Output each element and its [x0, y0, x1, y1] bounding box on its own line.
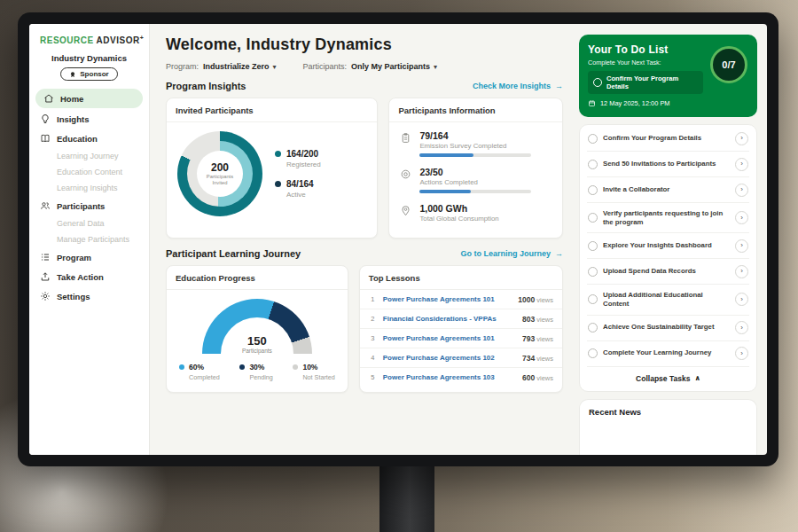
task-chevron-right-icon[interactable]: › [735, 347, 748, 360]
legend-dot [179, 364, 184, 370]
learning-cards-row: Education Progress 150 Participants [166, 265, 563, 393]
task-checkbox[interactable] [588, 267, 598, 277]
main-content: Welcome, Industry Dynamics Program: Indu… [150, 24, 575, 455]
todo-task-row[interactable]: Verify participants requesting to join t… [587, 203, 749, 233]
task-checkbox[interactable] [588, 241, 598, 251]
arrow-right-icon: → [555, 82, 563, 90]
participants-chevron-down-icon: ▾ [434, 63, 437, 71]
participants-filter-label: Participants: [303, 62, 348, 71]
todo-task-row[interactable]: Send 50 Invitations to Participants › [587, 152, 749, 177]
sidebar-item-label: Insights [57, 114, 89, 124]
sidebar-item[interactable]: Participants [29, 196, 149, 215]
task-checkbox[interactable] [588, 160, 598, 169]
lesson-link[interactable]: Financial Considerations - VPPAs [383, 315, 516, 323]
next-task-checkbox[interactable] [593, 78, 602, 87]
participants-select[interactable]: Only My Participants ▾ [351, 62, 437, 71]
task-chevron-right-icon[interactable]: › [735, 211, 748, 224]
task-checkbox[interactable] [588, 213, 598, 223]
lesson-link[interactable]: Power Purchase Agreements 101 [383, 295, 512, 303]
lesson-row: 2 Financial Considerations - VPPAs 803vi… [360, 309, 562, 329]
sidebar-item[interactable]: Learning Journey [29, 148, 149, 164]
donut-center-value: 200 [211, 161, 229, 174]
dashboard-screen: RESOURCE ADVISOR+ Industry Dynamics Spon… [29, 24, 767, 455]
legend-dot [239, 364, 245, 370]
task-checkbox[interactable] [588, 185, 598, 195]
todo-tasks-card: Confirm Your Program Details › Send 50 I… [579, 124, 757, 392]
top-lessons-card-title: Top Lessons [360, 266, 562, 290]
gauge-center-label: Participants [242, 348, 272, 354]
sidebar-item[interactable]: Program [29, 247, 149, 267]
sidebar-item-label: Learning Journey [57, 152, 119, 160]
legend-item: 84/164 Active [275, 179, 321, 199]
sidebar-item[interactable]: Take Action [29, 267, 149, 286]
task-checkbox[interactable] [588, 323, 598, 332]
next-task-row[interactable]: Confirm Your Program Details [588, 71, 703, 94]
sidebar-item[interactable]: Home [35, 89, 143, 108]
task-chevron-right-icon[interactable]: › [735, 158, 748, 171]
sidebar-item-label: Manage Participants [57, 235, 129, 244]
gauge-center-value: 150 [247, 335, 267, 347]
todo-task-row[interactable]: Invite a Collaborator › [587, 177, 749, 203]
task-chevron-right-icon[interactable]: › [735, 132, 748, 145]
program-select[interactable]: Industrialize Zero ▾ [203, 62, 277, 71]
sidebar-item-label: Take Action [57, 272, 104, 282]
legend-dot [293, 364, 298, 370]
lesson-link[interactable]: Power Purchase Agreements 103 [383, 373, 516, 381]
participants-information-card: Participants Information 79/164 Emission… [388, 98, 563, 239]
take-action-icon [40, 271, 51, 282]
sidebar-item-label: Program [57, 253, 91, 262]
todo-task-row[interactable]: Confirm Your Program Details › [587, 126, 749, 152]
task-chevron-right-icon[interactable]: › [735, 321, 748, 334]
lesson-row: 4 Power Purchase Agreements 102 734views [360, 348, 562, 368]
donut-center-label: Participants Invited [204, 174, 236, 186]
sidebar-item-label: Learning Insights [57, 184, 118, 192]
task-checkbox[interactable] [588, 348, 598, 358]
todo-task-row[interactable]: Upload Additional Educational Content › [587, 285, 749, 315]
lesson-link[interactable]: Power Purchase Agreements 102 [383, 354, 516, 362]
program-insights-header: Program Insights Check More Insights → [166, 81, 563, 91]
check-more-insights-link[interactable]: Check More Insights → [473, 82, 563, 90]
program-chevron-down-icon: ▾ [273, 63, 277, 71]
education-progress-card-title: Education Progress [167, 266, 348, 290]
sidebar-item[interactable]: Settings [29, 286, 149, 306]
sidebar-nav: Home Insights Education [29, 88, 149, 306]
sidebar-item[interactable]: Learning Insights [29, 180, 149, 196]
program-list-icon [40, 252, 51, 262]
lesson-row: 3 Power Purchase Agreements 101 793views [360, 329, 562, 348]
todo-task-row[interactable]: Achieve One Sustainability Target › [587, 316, 749, 341]
task-checkbox[interactable] [588, 294, 598, 304]
todo-task-row[interactable]: Complete Your Learning Journey › [587, 341, 749, 367]
sidebar-item-label: General Data [57, 219, 105, 228]
sidebar-item[interactable]: Education [29, 129, 149, 148]
actions-target-icon [400, 168, 411, 179]
legend-item: 10% Not Started [293, 363, 334, 381]
collapse-tasks-button[interactable]: Collapse Tasks ∧ [587, 367, 749, 391]
sidebar-item[interactable]: Education Content [29, 164, 149, 180]
filters-row: Program: Industrialize Zero ▾ Participan… [166, 62, 563, 71]
lesson-row: 1 Power Purchase Agreements 101 1000view… [360, 290, 562, 309]
todo-task-row[interactable]: Upload Spend Data Records › [587, 259, 749, 285]
task-chevron-right-icon[interactable]: › [735, 184, 748, 197]
learning-journey-header: Participant Learning Journey Go to Learn… [166, 248, 563, 259]
sidebar-item-label: Education Content [57, 168, 122, 176]
participants-information-stats: 79/164 Emission Survey Completed [389, 122, 562, 238]
invited-participants-card: Invited Participants 200 Participants In… [166, 98, 378, 239]
task-chevron-right-icon[interactable]: › [735, 265, 748, 278]
chevron-up-icon: ∧ [694, 374, 700, 382]
sidebar-item[interactable]: General Data [29, 215, 149, 231]
task-checkbox[interactable] [588, 134, 598, 144]
legend-item: 164/200 Registered [275, 149, 321, 168]
task-chevron-right-icon[interactable]: › [735, 293, 748, 306]
arrow-right-icon: → [555, 249, 563, 258]
consumption-pin-icon [400, 204, 411, 215]
lesson-link[interactable]: Power Purchase Agreements 101 [383, 334, 516, 342]
todo-task-row[interactable]: Explore Your Insights Dashboard › [587, 233, 749, 259]
sponsor-badge[interactable]: Sponsor [60, 67, 117, 81]
monitor-stand [379, 465, 434, 532]
task-chevron-right-icon[interactable]: › [735, 239, 748, 253]
go-to-learning-journey-link[interactable]: Go to Learning Journey → [460, 249, 563, 258]
sidebar-item[interactable]: Insights [29, 109, 149, 129]
sidebar-item-label: Settings [57, 292, 90, 301]
todo-summary-card: Your To Do List Complete Your Next Task:… [579, 35, 757, 117]
sidebar-item[interactable]: Manage Participants [29, 231, 149, 247]
